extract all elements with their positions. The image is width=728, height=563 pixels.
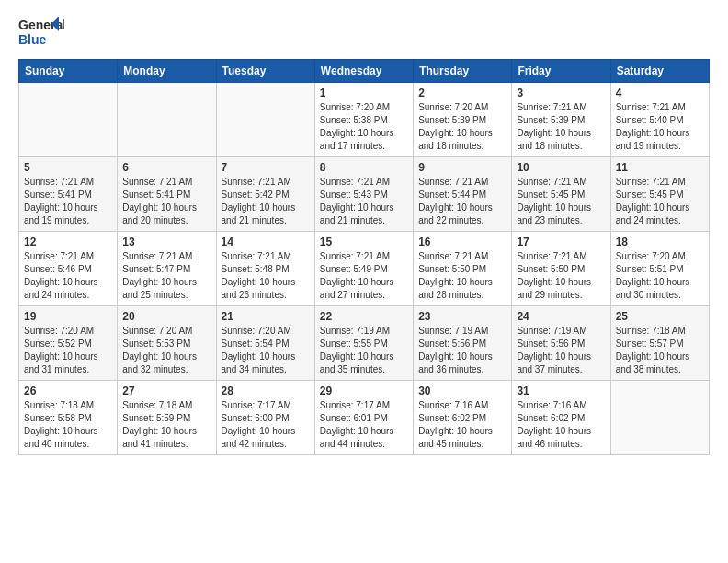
day-number: 17	[517, 236, 605, 248]
calendar-cell: 11Sunrise: 7:21 AM Sunset: 5:45 PM Dayli…	[610, 157, 709, 232]
calendar-cell: 17Sunrise: 7:21 AM Sunset: 5:50 PM Dayli…	[512, 232, 610, 306]
calendar-cell: 28Sunrise: 7:17 AM Sunset: 6:00 PM Dayli…	[216, 381, 314, 455]
day-info: Sunrise: 7:21 AM Sunset: 5:50 PM Dayligh…	[517, 250, 605, 302]
svg-text:Blue: Blue	[18, 32, 47, 47]
calendar-week-row: 26Sunrise: 7:18 AM Sunset: 5:58 PM Dayli…	[19, 381, 710, 455]
calendar-cell	[610, 381, 709, 455]
page-container: GeneralBlue SundayMondayTuesdayWednesday…	[0, 0, 728, 465]
weekday-header: Tuesday	[216, 60, 314, 83]
calendar-cell: 14Sunrise: 7:21 AM Sunset: 5:48 PM Dayli…	[216, 232, 314, 306]
day-number: 13	[122, 236, 210, 248]
day-info: Sunrise: 7:21 AM Sunset: 5:48 PM Dayligh…	[222, 250, 310, 302]
day-info: Sunrise: 7:21 AM Sunset: 5:42 PM Dayligh…	[222, 176, 310, 227]
calendar-cell: 8Sunrise: 7:21 AM Sunset: 5:43 PM Daylig…	[314, 157, 413, 232]
day-info: Sunrise: 7:19 AM Sunset: 5:55 PM Dayligh…	[320, 325, 408, 376]
calendar-cell: 16Sunrise: 7:21 AM Sunset: 5:50 PM Dayli…	[414, 232, 512, 306]
day-number: 8	[320, 161, 408, 174]
day-number: 10	[517, 161, 605, 174]
day-info: Sunrise: 7:18 AM Sunset: 5:57 PM Dayligh…	[616, 325, 704, 376]
calendar-cell: 12Sunrise: 7:21 AM Sunset: 5:46 PM Dayli…	[19, 232, 118, 306]
weekday-header: Thursday	[414, 60, 512, 83]
calendar-cell: 21Sunrise: 7:20 AM Sunset: 5:54 PM Dayli…	[216, 306, 314, 381]
logo-svg: GeneralBlue	[18, 15, 64, 50]
calendar-cell: 5Sunrise: 7:21 AM Sunset: 5:41 PM Daylig…	[19, 157, 118, 232]
calendar-week-row: 19Sunrise: 7:20 AM Sunset: 5:52 PM Dayli…	[19, 306, 710, 381]
header: GeneralBlue	[18, 15, 710, 50]
day-info: Sunrise: 7:19 AM Sunset: 5:56 PM Dayligh…	[418, 325, 506, 376]
day-number: 21	[222, 310, 310, 323]
calendar-cell: 13Sunrise: 7:21 AM Sunset: 5:47 PM Dayli…	[118, 232, 216, 306]
weekday-header: Wednesday	[314, 60, 413, 83]
day-info: Sunrise: 7:20 AM Sunset: 5:51 PM Dayligh…	[616, 250, 704, 302]
calendar-cell: 1Sunrise: 7:20 AM Sunset: 5:38 PM Daylig…	[314, 83, 413, 157]
day-number: 3	[517, 86, 605, 99]
calendar-week-row: 12Sunrise: 7:21 AM Sunset: 5:46 PM Dayli…	[19, 232, 710, 306]
calendar-cell: 27Sunrise: 7:18 AM Sunset: 5:59 PM Dayli…	[118, 381, 216, 455]
day-number: 6	[122, 161, 210, 174]
day-number: 16	[418, 236, 506, 248]
day-number: 2	[418, 86, 506, 99]
day-number: 24	[517, 310, 605, 323]
day-info: Sunrise: 7:21 AM Sunset: 5:44 PM Dayligh…	[418, 176, 506, 227]
day-number: 25	[616, 310, 704, 323]
day-info: Sunrise: 7:18 AM Sunset: 5:59 PM Dayligh…	[122, 399, 210, 451]
calendar-cell: 15Sunrise: 7:21 AM Sunset: 5:49 PM Dayli…	[314, 232, 413, 306]
day-info: Sunrise: 7:21 AM Sunset: 5:43 PM Dayligh…	[320, 176, 408, 227]
day-number: 9	[418, 161, 506, 174]
day-info: Sunrise: 7:18 AM Sunset: 5:58 PM Dayligh…	[24, 399, 112, 451]
day-number: 27	[122, 385, 210, 397]
weekday-header: Sunday	[19, 60, 118, 83]
weekday-header: Saturday	[610, 60, 709, 83]
calendar-cell: 23Sunrise: 7:19 AM Sunset: 5:56 PM Dayli…	[414, 306, 512, 381]
day-number: 18	[616, 236, 704, 248]
calendar-week-row: 1Sunrise: 7:20 AM Sunset: 5:38 PM Daylig…	[19, 83, 710, 157]
calendar-cell	[118, 83, 216, 157]
day-number: 20	[122, 310, 210, 323]
day-number: 23	[418, 310, 506, 323]
calendar-cell: 22Sunrise: 7:19 AM Sunset: 5:55 PM Dayli…	[314, 306, 413, 381]
day-number: 7	[222, 161, 310, 174]
calendar-cell: 6Sunrise: 7:21 AM Sunset: 5:41 PM Daylig…	[118, 157, 216, 232]
day-info: Sunrise: 7:17 AM Sunset: 6:01 PM Dayligh…	[320, 399, 408, 451]
day-number: 15	[320, 236, 408, 248]
day-info: Sunrise: 7:21 AM Sunset: 5:45 PM Dayligh…	[517, 176, 605, 227]
calendar-cell: 30Sunrise: 7:16 AM Sunset: 6:02 PM Dayli…	[414, 381, 512, 455]
calendar-cell: 26Sunrise: 7:18 AM Sunset: 5:58 PM Dayli…	[19, 381, 118, 455]
calendar-cell: 25Sunrise: 7:18 AM Sunset: 5:57 PM Dayli…	[610, 306, 709, 381]
day-number: 5	[24, 161, 112, 174]
calendar-cell: 3Sunrise: 7:21 AM Sunset: 5:39 PM Daylig…	[512, 83, 610, 157]
day-info: Sunrise: 7:21 AM Sunset: 5:46 PM Dayligh…	[24, 250, 112, 302]
day-info: Sunrise: 7:21 AM Sunset: 5:41 PM Dayligh…	[24, 176, 112, 227]
day-info: Sunrise: 7:21 AM Sunset: 5:50 PM Dayligh…	[418, 250, 506, 302]
day-info: Sunrise: 7:16 AM Sunset: 6:02 PM Dayligh…	[418, 399, 506, 451]
day-number: 1	[320, 86, 408, 99]
calendar-cell: 7Sunrise: 7:21 AM Sunset: 5:42 PM Daylig…	[216, 157, 314, 232]
day-info: Sunrise: 7:20 AM Sunset: 5:54 PM Dayligh…	[222, 325, 310, 376]
day-info: Sunrise: 7:21 AM Sunset: 5:41 PM Dayligh…	[122, 176, 210, 227]
day-number: 29	[320, 385, 408, 397]
calendar-cell: 4Sunrise: 7:21 AM Sunset: 5:40 PM Daylig…	[610, 83, 709, 157]
day-number: 14	[222, 236, 310, 248]
day-number: 12	[24, 236, 112, 248]
calendar-cell: 18Sunrise: 7:20 AM Sunset: 5:51 PM Dayli…	[610, 232, 709, 306]
day-number: 4	[616, 86, 704, 99]
day-info: Sunrise: 7:21 AM Sunset: 5:40 PM Dayligh…	[616, 101, 704, 153]
calendar-header-row: SundayMondayTuesdayWednesdayThursdayFrid…	[19, 60, 710, 83]
day-info: Sunrise: 7:20 AM Sunset: 5:52 PM Dayligh…	[24, 325, 112, 376]
day-info: Sunrise: 7:19 AM Sunset: 5:56 PM Dayligh…	[517, 325, 605, 376]
weekday-header: Friday	[512, 60, 610, 83]
calendar-cell: 2Sunrise: 7:20 AM Sunset: 5:39 PM Daylig…	[414, 83, 512, 157]
day-info: Sunrise: 7:21 AM Sunset: 5:49 PM Dayligh…	[320, 250, 408, 302]
weekday-header: Monday	[118, 60, 216, 83]
calendar-cell	[19, 83, 118, 157]
calendar-week-row: 5Sunrise: 7:21 AM Sunset: 5:41 PM Daylig…	[19, 157, 710, 232]
day-number: 28	[222, 385, 310, 397]
calendar-cell: 10Sunrise: 7:21 AM Sunset: 5:45 PM Dayli…	[512, 157, 610, 232]
calendar: SundayMondayTuesdayWednesdayThursdayFrid…	[18, 59, 710, 455]
logo: GeneralBlue	[18, 15, 64, 50]
day-info: Sunrise: 7:17 AM Sunset: 6:00 PM Dayligh…	[222, 399, 310, 451]
day-number: 11	[616, 161, 704, 174]
calendar-cell	[216, 83, 314, 157]
day-info: Sunrise: 7:21 AM Sunset: 5:39 PM Dayligh…	[517, 101, 605, 153]
day-info: Sunrise: 7:21 AM Sunset: 5:47 PM Dayligh…	[122, 250, 210, 302]
